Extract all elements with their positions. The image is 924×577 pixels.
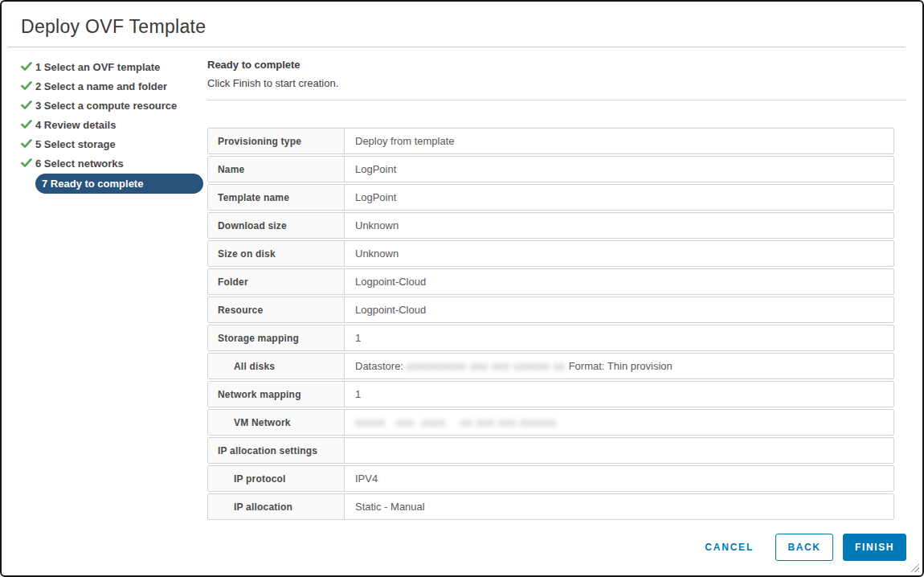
- table-row: All disks Datastore: xxxxxxxxxx xxx xxx …: [207, 353, 894, 379]
- table-row: Size on disk Unknown: [207, 240, 894, 267]
- wizard-step-4[interactable]: 4 Review details: [21, 115, 207, 134]
- wizard-step-label: 2 Select a name and folder: [35, 80, 167, 92]
- wizard-step-label: 5 Select storage: [35, 138, 116, 150]
- main-panel: Ready to complete Click Finish to start …: [207, 47, 922, 561]
- row-label: IP allocation: [208, 494, 345, 519]
- row-value: 1: [345, 382, 893, 407]
- dialog-title: Deploy OVF Template: [2, 2, 922, 38]
- wizard-step-5[interactable]: 5 Select storage: [21, 134, 207, 153]
- check-icon: [21, 139, 33, 149]
- wizard-step-6[interactable]: 6 Select networks: [21, 153, 207, 173]
- row-value: Unknown: [345, 213, 893, 238]
- row-value: 1: [345, 325, 893, 350]
- wizard-step-label: 6 Select networks: [35, 158, 124, 170]
- resize-grip[interactable]: [910, 563, 919, 572]
- check-icon: [21, 120, 33, 129]
- row-label: Network mapping: [208, 382, 345, 407]
- row-value: LogPoint: [345, 185, 893, 210]
- footer-buttons: CANCEL BACK FINISH: [207, 534, 906, 561]
- dialog-body: 1 Select an OVF template 2 Select a name…: [2, 47, 922, 561]
- row-value: Logpoint-Cloud: [345, 269, 893, 294]
- summary-table: Provisioning type Deploy from template N…: [207, 128, 894, 520]
- check-icon: [21, 100, 33, 110]
- row-value: [345, 438, 893, 463]
- row-label: Resource: [208, 297, 345, 322]
- table-row: Download size Unknown: [207, 212, 894, 239]
- table-row: Provisioning type Deploy from template: [207, 128, 894, 154]
- panel-separator: [207, 100, 906, 100]
- table-row: VM Network xxxxx xxx xxxx xx xxx xxx xxx…: [207, 409, 894, 436]
- wizard-steps: 1 Select an OVF template 2 Select a name…: [21, 47, 207, 561]
- row-value: Unknown: [345, 241, 893, 266]
- table-row: IP allocation Static - Manual: [207, 493, 894, 520]
- deploy-ovf-dialog: Deploy OVF Template 1 Select an OVF temp…: [0, 0, 924, 577]
- wizard-step-label: 7 Ready to complete: [35, 174, 203, 194]
- check-icon: [21, 158, 33, 168]
- cancel-button[interactable]: CANCEL: [705, 534, 754, 561]
- check-icon: [21, 81, 33, 91]
- wizard-step-2[interactable]: 2 Select a name and folder: [21, 76, 207, 96]
- row-value: Deploy from template: [345, 129, 893, 153]
- wizard-step-label: 4 Review details: [35, 119, 116, 131]
- wizard-step-label: 1 Select an OVF template: [35, 61, 160, 73]
- table-row: Network mapping 1: [207, 381, 894, 407]
- row-value: Logpoint-Cloud: [345, 297, 893, 322]
- row-label: Folder: [208, 269, 345, 294]
- row-value: LogPoint: [345, 157, 893, 182]
- row-label: IP protocol: [208, 466, 345, 491]
- table-row: Name LogPoint: [207, 156, 894, 182]
- table-row: Storage mapping 1: [207, 325, 894, 351]
- table-row: IP protocol IPV4: [207, 465, 894, 492]
- row-value: IPV4: [345, 466, 893, 491]
- check-icon: [21, 62, 33, 72]
- row-label: All disks: [208, 354, 345, 379]
- row-label: Size on disk: [208, 241, 345, 266]
- row-value: xxxxx xxx xxxx xx xxx xxx xxxxxx: [345, 410, 893, 435]
- table-row: IP allocation settings: [207, 437, 894, 464]
- wizard-step-1[interactable]: 1 Select an OVF template: [21, 57, 207, 76]
- redacted-text: xxxxxxxxxx xxx xxx xxxxxx xx: [407, 360, 566, 372]
- table-row: Template name LogPoint: [207, 184, 894, 211]
- row-label: IP allocation settings: [208, 438, 345, 463]
- row-label: Template name: [208, 185, 345, 210]
- row-label: Name: [208, 157, 345, 182]
- finish-button[interactable]: FINISH: [843, 534, 906, 561]
- row-value: Static - Manual: [345, 494, 893, 519]
- table-row: Resource Logpoint-Cloud: [207, 297, 894, 323]
- panel-subheading: Click Finish to start creation.: [207, 77, 906, 89]
- table-row: Folder Logpoint-Cloud: [207, 268, 894, 295]
- row-value: Datastore: xxxxxxxxxx xxx xxx xxxxxx xx …: [345, 354, 893, 379]
- row-label: Provisioning type: [208, 129, 345, 153]
- back-button[interactable]: BACK: [775, 534, 833, 561]
- wizard-step-label: 3 Select a compute resource: [35, 100, 177, 112]
- panel-heading: Ready to complete: [207, 59, 906, 71]
- row-label: VM Network: [208, 410, 345, 435]
- wizard-step-7[interactable]: 7 Ready to complete: [21, 173, 207, 194]
- row-label: Download size: [208, 213, 345, 238]
- row-label: Storage mapping: [208, 325, 345, 350]
- wizard-step-3[interactable]: 3 Select a compute resource: [21, 96, 207, 115]
- redacted-text: xxxxx xxx xxxx xx xxx xxx xxxxxx: [355, 416, 556, 428]
